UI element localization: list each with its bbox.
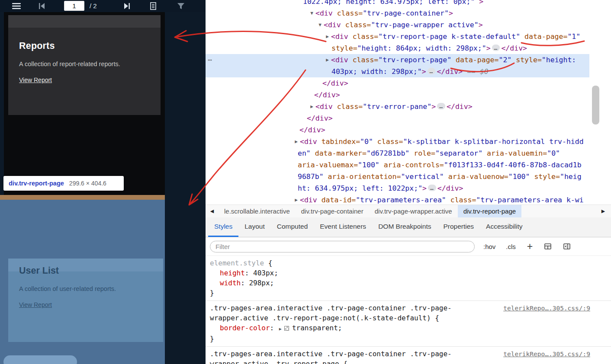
dom-token: </div>: [437, 67, 463, 76]
report-page-1[interactable]: Reports A collection of report-related r…: [4, 12, 165, 195]
dom-token: >: [422, 67, 426, 76]
dom-tree-row-10[interactable]: </div>: [206, 112, 589, 124]
breadcrumb-item-2[interactable]: div.trv-page-wrapper.active: [369, 205, 458, 217]
dom-token: <div: [300, 137, 317, 146]
dom-token: </div>: [299, 126, 325, 134]
new-style-rule-button[interactable]: +: [527, 242, 533, 251]
dom-token: en": [298, 149, 311, 157]
dom-tree-row-9[interactable]: ▶<div class="trv-error-pane">…</div>: [206, 101, 589, 112]
document-map-icon[interactable]: [149, 2, 157, 10]
css-property-name[interactable]: border-color: [220, 324, 270, 332]
stylesheet-source-link[interactable]: telerikRepo….305.css/:9: [503, 350, 590, 358]
disclosure-arrow-icon[interactable]: ▶: [324, 54, 331, 66]
tab-computed[interactable]: Computed: [271, 217, 314, 237]
inline-expand-button[interactable]: …: [492, 45, 500, 51]
first-page-icon[interactable]: [38, 2, 46, 10]
dom-token: </div>: [447, 102, 473, 111]
breadcrumb-prev-icon[interactable]: ◀: [206, 208, 219, 214]
dom-tree-row-3[interactable]: ▶<div class="trv-report-page k-state-def…: [206, 31, 589, 42]
inline-expand-button[interactable]: …: [437, 103, 445, 109]
dom-token: aria-orientation=: [324, 172, 401, 181]
dom-token: "2": [498, 56, 511, 64]
breadcrumb-item-1[interactable]: div.trv-page-container: [296, 205, 369, 217]
css-property[interactable]: width: 298px;: [206, 278, 611, 288]
disclosure-arrow-icon[interactable]: ▼: [316, 19, 324, 31]
dom-tree-row-6[interactable]: 403px; width: 298px;">…</div> == $0: [206, 66, 589, 77]
styles-filter-bar: :hov .cls +: [206, 237, 611, 256]
dom-tree-row-5[interactable]: ▶<div class="trv-report-page" data-page=…: [206, 54, 589, 66]
disclosure-arrow-icon[interactable]: ▶: [293, 136, 300, 147]
styles-filter-input[interactable]: [210, 241, 475, 252]
tab-layout[interactable]: Layout: [238, 217, 271, 237]
breadcrumb-item-0[interactable]: le.scrollable.interactive: [219, 205, 296, 217]
css-property-name[interactable]: width: [220, 279, 241, 287]
stylesheet-source-link[interactable]: telerikRepo….305.css/:9: [503, 304, 590, 313]
rule-selector[interactable]: element.style {: [206, 258, 611, 268]
inline-expand-button[interactable]: …: [428, 68, 436, 74]
disclosure-arrow-icon[interactable]: ▶: [293, 194, 300, 204]
dom-tree-row-0[interactable]: 1022.4px; height: 634.975px; left: 0px;"…: [206, 0, 589, 7]
disclosure-arrow-icon[interactable]: ▶: [324, 31, 331, 42]
dom-tree-row-12[interactable]: ▶<div tabindex="0" class="k-splitbar k-s…: [206, 136, 589, 147]
css-property[interactable]: border-color: ▶transparent;: [206, 323, 611, 334]
tab-event-listeners[interactable]: Event Listeners: [314, 217, 372, 237]
dom-tree-row-17[interactable]: ▶<div data-id="trv-parameters-area" clas…: [206, 194, 589, 204]
dom-token: <div: [324, 21, 341, 29]
dom-token: >: [479, 21, 483, 29]
page-total-label: / 2: [90, 2, 97, 10]
dom-tree-row-4[interactable]: style="height: 864px; width: 298px;">…</…: [206, 42, 589, 54]
transparent-color-swatch[interactable]: [284, 326, 289, 331]
grid-icon[interactable]: [544, 243, 552, 250]
dom-token: "height:: [542, 56, 576, 64]
dom-tree-row-1[interactable]: ▼<div class="trv-page-container">: [206, 7, 589, 19]
tab-properties[interactable]: Properties: [437, 217, 480, 237]
dom-tree-row-7[interactable]: </div>: [206, 77, 589, 89]
tab-accessibility[interactable]: Accessibility: [480, 217, 528, 237]
view-report-link[interactable]: View Report: [19, 77, 52, 83]
dom-tree-row-14[interactable]: aria-valuemax="100" aria-controls="f013f…: [206, 159, 589, 171]
parameters-filter-icon[interactable]: [177, 2, 185, 10]
report-page-2-highlighted[interactable]: User List A collection of user-related r…: [0, 200, 165, 364]
dom-token: "trv-error-pane": [363, 102, 431, 111]
css-property[interactable]: height: 403px;: [206, 268, 611, 278]
disclosure-arrow-icon[interactable]: ▼: [308, 7, 315, 19]
inspect-margin-overlay: [0, 195, 165, 200]
dom-tree-row-15[interactable]: 9687b" aria-orientation="vertical" aria-…: [206, 171, 589, 182]
breadcrumb-next-icon[interactable]: ▶: [595, 208, 611, 214]
rule-selector[interactable]: wrapper.active .trv-report-page:not(.k-s…: [206, 313, 611, 323]
last-page-icon[interactable]: [122, 2, 131, 10]
row-menu-icon[interactable]: ⋯: [208, 54, 212, 66]
rule-selector[interactable]: wrapper.active .trv-report-page {: [206, 359, 611, 364]
disclosure-arrow-icon[interactable]: ▶: [308, 101, 315, 112]
dom-tree-row-13[interactable]: en" data-marker="d67281bb" role="separat…: [206, 147, 589, 159]
dom-token: 403px; width: 298px;": [331, 67, 422, 76]
tab-dom-breakpoints[interactable]: DOM Breakpoints: [372, 217, 437, 237]
dom-tree-row-16[interactable]: ht: 634.975px; left: 1022px;">…</div>: [206, 182, 589, 194]
expand-longhand-icon[interactable]: ▶: [279, 326, 282, 331]
dom-tree-row-2[interactable]: ▼<div class="trv-page-wrapper active">: [206, 19, 589, 31]
tab-styles[interactable]: Styles: [208, 217, 238, 237]
dom-token: data-page=: [520, 32, 567, 41]
dom-tree-row-11[interactable]: </div>: [206, 124, 589, 136]
dom-token: "f013f133-0d4f-40f6-87b8-dacad1b: [444, 161, 582, 169]
tooltip-element-name: div.trv-report-page: [9, 180, 64, 187]
dom-token: "0": [360, 137, 373, 146]
inline-expand-button[interactable]: …: [428, 185, 436, 191]
dom-token: class=: [348, 56, 379, 64]
sidebar-toggle-icon[interactable]: [563, 243, 571, 250]
page-number-input[interactable]: [64, 1, 84, 11]
toggle-element-state-button[interactable]: :hov: [483, 243, 495, 250]
menu-icon[interactable]: [12, 3, 21, 10]
breadcrumb-item-3[interactable]: div.trv-report-page: [458, 205, 521, 217]
report-item-card: Reports A collection of report-related r…: [8, 15, 161, 115]
element-classes-button[interactable]: .cls: [506, 243, 516, 250]
dom-token: "heig: [560, 172, 582, 181]
dom-token: data-page=: [451, 56, 498, 64]
sidebar-tabs: StylesLayoutComputedEvent ListenersDOM B…: [206, 217, 611, 237]
dom-tree-row-8[interactable]: </div>: [206, 89, 589, 101]
scrollbar-thumb[interactable]: [592, 86, 599, 125]
view-report-link[interactable]: View Report: [19, 301, 52, 308]
dom-token: "0": [547, 149, 560, 157]
css-property-name[interactable]: height: [220, 269, 245, 277]
dom-token: style=: [511, 56, 542, 64]
